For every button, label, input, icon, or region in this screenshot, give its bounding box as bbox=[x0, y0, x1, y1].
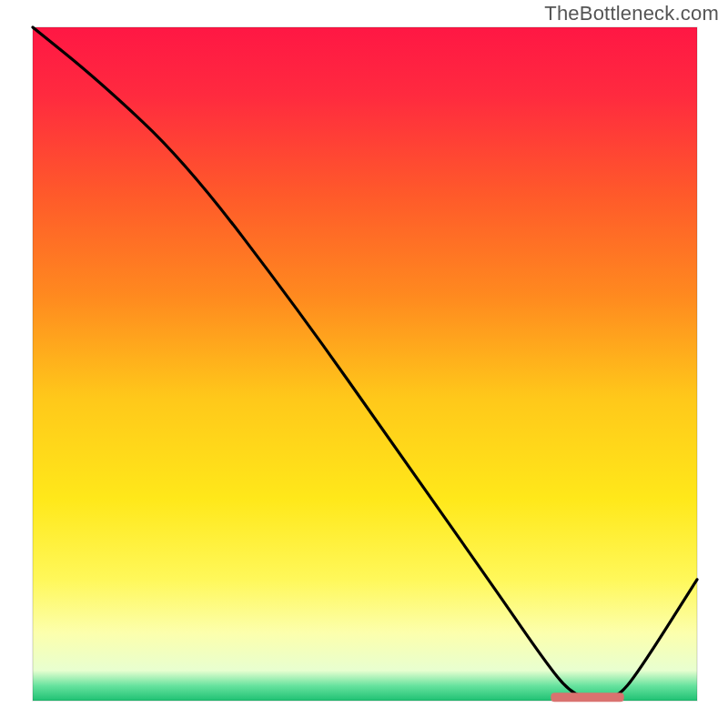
chart-container: TheBottleneck.com bbox=[0, 0, 728, 728]
gradient-background bbox=[33, 27, 697, 701]
plot-area bbox=[33, 27, 697, 702]
optimal-range-marker bbox=[551, 693, 623, 702]
chart-svg bbox=[0, 0, 728, 728]
watermark-text: TheBottleneck.com bbox=[544, 2, 719, 25]
